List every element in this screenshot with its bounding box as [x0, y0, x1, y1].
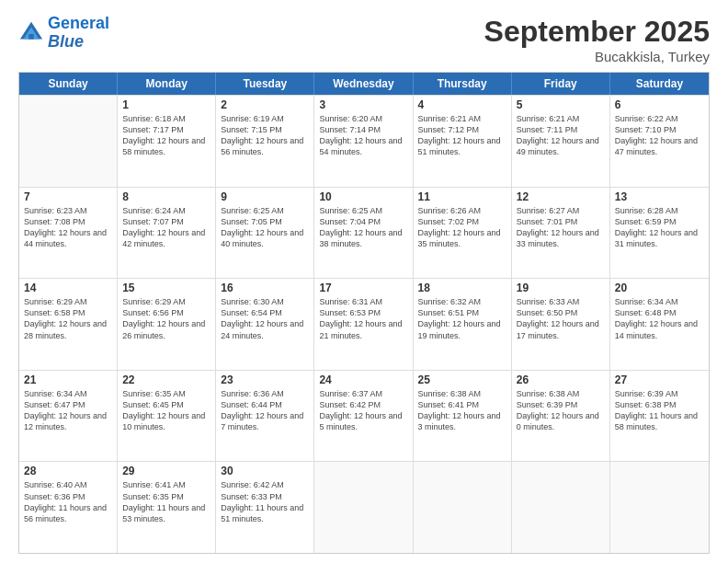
logo-icon: [18, 20, 44, 46]
day-number: 23: [221, 373, 309, 386]
day-cell-30: 30Sunrise: 6:42 AM Sunset: 6:33 PM Dayli…: [216, 462, 314, 553]
day-info: Sunrise: 6:32 AM Sunset: 6:51 PM Dayligh…: [418, 296, 506, 341]
day-cell-9: 9Sunrise: 6:25 AM Sunset: 7:05 PM Daylig…: [216, 188, 314, 279]
day-info: Sunrise: 6:35 AM Sunset: 6:45 PM Dayligh…: [122, 388, 210, 433]
header-monday: Monday: [118, 73, 216, 95]
day-info: Sunrise: 6:26 AM Sunset: 7:02 PM Dayligh…: [418, 205, 506, 250]
day-info: Sunrise: 6:20 AM Sunset: 7:14 PM Dayligh…: [319, 113, 407, 158]
week-row-4: 21Sunrise: 6:34 AM Sunset: 6:47 PM Dayli…: [19, 370, 709, 462]
logo-text: General Blue: [48, 15, 109, 52]
calendar-header: Sunday Monday Tuesday Wednesday Thursday…: [19, 73, 709, 95]
day-info: Sunrise: 6:37 AM Sunset: 6:42 PM Dayligh…: [319, 388, 407, 433]
day-number: 4: [418, 98, 506, 111]
day-info: Sunrise: 6:30 AM Sunset: 6:54 PM Dayligh…: [221, 296, 309, 341]
day-number: 11: [418, 190, 506, 203]
day-cell-15: 15Sunrise: 6:29 AM Sunset: 6:56 PM Dayli…: [118, 279, 216, 370]
day-info: Sunrise: 6:41 AM Sunset: 6:35 PM Dayligh…: [122, 479, 210, 524]
header-sunday: Sunday: [19, 73, 118, 95]
header-wednesday: Wednesday: [314, 73, 413, 95]
logo: General Blue: [18, 15, 109, 52]
day-cell-8: 8Sunrise: 6:24 AM Sunset: 7:07 PM Daylig…: [118, 188, 216, 279]
day-info: Sunrise: 6:22 AM Sunset: 7:10 PM Dayligh…: [615, 113, 704, 158]
svg-rect-2: [28, 34, 34, 40]
day-info: Sunrise: 6:27 AM Sunset: 7:01 PM Dayligh…: [517, 205, 605, 250]
header: General Blue September 2025 Bucakkisla, …: [18, 15, 710, 64]
day-number: 6: [615, 98, 704, 111]
day-number: 12: [517, 190, 605, 203]
day-info: Sunrise: 6:24 AM Sunset: 7:07 PM Dayligh…: [122, 205, 210, 250]
day-cell-13: 13Sunrise: 6:28 AM Sunset: 6:59 PM Dayli…: [610, 188, 709, 279]
day-info: Sunrise: 6:34 AM Sunset: 6:47 PM Dayligh…: [24, 388, 112, 433]
day-cell-24: 24Sunrise: 6:37 AM Sunset: 6:42 PM Dayli…: [314, 371, 413, 462]
day-info: Sunrise: 6:33 AM Sunset: 6:50 PM Dayligh…: [517, 296, 605, 341]
header-saturday: Saturday: [610, 73, 709, 95]
day-info: Sunrise: 6:25 AM Sunset: 7:05 PM Dayligh…: [221, 205, 309, 250]
day-cell-16: 16Sunrise: 6:30 AM Sunset: 6:54 PM Dayli…: [216, 279, 314, 370]
day-cell-10: 10Sunrise: 6:25 AM Sunset: 7:04 PM Dayli…: [314, 188, 413, 279]
day-number: 18: [418, 282, 506, 294]
day-cell-23: 23Sunrise: 6:36 AM Sunset: 6:44 PM Dayli…: [216, 371, 314, 462]
day-info: Sunrise: 6:28 AM Sunset: 6:59 PM Dayligh…: [615, 205, 704, 250]
day-info: Sunrise: 6:18 AM Sunset: 7:17 PM Dayligh…: [122, 113, 210, 158]
day-info: Sunrise: 6:29 AM Sunset: 6:58 PM Dayligh…: [24, 296, 112, 341]
day-cell-14: 14Sunrise: 6:29 AM Sunset: 6:58 PM Dayli…: [19, 279, 118, 370]
week-row-2: 7Sunrise: 6:23 AM Sunset: 7:08 PM Daylig…: [19, 187, 709, 279]
day-number: 24: [319, 373, 407, 386]
day-info: Sunrise: 6:42 AM Sunset: 6:33 PM Dayligh…: [221, 479, 309, 524]
day-number: 2: [221, 98, 309, 111]
day-cell-3: 3Sunrise: 6:20 AM Sunset: 7:14 PM Daylig…: [314, 96, 413, 187]
title-block: September 2025 Bucakkisla, Turkey: [484, 15, 710, 64]
day-number: 22: [122, 373, 210, 386]
empty-cell-4-6: [610, 462, 709, 553]
day-number: 16: [221, 282, 309, 294]
header-tuesday: Tuesday: [216, 73, 314, 95]
day-number: 25: [418, 373, 506, 386]
day-cell-27: 27Sunrise: 6:39 AM Sunset: 6:38 PM Dayli…: [610, 371, 709, 462]
day-number: 1: [122, 98, 210, 111]
day-info: Sunrise: 6:21 AM Sunset: 7:11 PM Dayligh…: [517, 113, 605, 158]
day-info: Sunrise: 6:36 AM Sunset: 6:44 PM Dayligh…: [221, 388, 309, 433]
month-title: September 2025: [484, 15, 710, 49]
day-info: Sunrise: 6:34 AM Sunset: 6:48 PM Dayligh…: [615, 296, 704, 341]
day-number: 5: [517, 98, 605, 111]
day-info: Sunrise: 6:40 AM Sunset: 6:36 PM Dayligh…: [24, 479, 112, 524]
day-number: 28: [24, 465, 112, 477]
day-info: Sunrise: 6:29 AM Sunset: 6:56 PM Dayligh…: [122, 296, 210, 341]
day-cell-20: 20Sunrise: 6:34 AM Sunset: 6:48 PM Dayli…: [610, 279, 709, 370]
day-cell-5: 5Sunrise: 6:21 AM Sunset: 7:11 PM Daylig…: [512, 96, 610, 187]
day-cell-11: 11Sunrise: 6:26 AM Sunset: 7:02 PM Dayli…: [414, 188, 512, 279]
header-thursday: Thursday: [414, 73, 512, 95]
day-cell-12: 12Sunrise: 6:27 AM Sunset: 7:01 PM Dayli…: [512, 188, 610, 279]
day-number: 27: [615, 373, 704, 386]
day-number: 3: [319, 98, 407, 111]
day-cell-6: 6Sunrise: 6:22 AM Sunset: 7:10 PM Daylig…: [610, 96, 709, 187]
day-number: 8: [122, 190, 210, 203]
day-cell-17: 17Sunrise: 6:31 AM Sunset: 6:53 PM Dayli…: [314, 279, 413, 370]
day-cell-28: 28Sunrise: 6:40 AM Sunset: 6:36 PM Dayli…: [19, 462, 118, 553]
empty-cell-0-0: [19, 96, 118, 187]
day-info: Sunrise: 6:23 AM Sunset: 7:08 PM Dayligh…: [24, 205, 112, 250]
day-number: 26: [517, 373, 605, 386]
day-cell-21: 21Sunrise: 6:34 AM Sunset: 6:47 PM Dayli…: [19, 371, 118, 462]
day-number: 20: [615, 282, 704, 294]
day-cell-4: 4Sunrise: 6:21 AM Sunset: 7:12 PM Daylig…: [414, 96, 512, 187]
day-number: 7: [24, 190, 112, 203]
day-info: Sunrise: 6:21 AM Sunset: 7:12 PM Dayligh…: [418, 113, 506, 158]
day-number: 14: [24, 282, 112, 294]
day-info: Sunrise: 6:38 AM Sunset: 6:39 PM Dayligh…: [517, 388, 605, 433]
empty-cell-4-4: [414, 462, 512, 553]
location-subtitle: Bucakkisla, Turkey: [484, 49, 710, 64]
day-cell-2: 2Sunrise: 6:19 AM Sunset: 7:15 PM Daylig…: [216, 96, 314, 187]
day-cell-25: 25Sunrise: 6:38 AM Sunset: 6:41 PM Dayli…: [414, 371, 512, 462]
day-cell-7: 7Sunrise: 6:23 AM Sunset: 7:08 PM Daylig…: [19, 188, 118, 279]
day-cell-26: 26Sunrise: 6:38 AM Sunset: 6:39 PM Dayli…: [512, 371, 610, 462]
day-info: Sunrise: 6:25 AM Sunset: 7:04 PM Dayligh…: [319, 205, 407, 250]
page: General Blue September 2025 Bucakkisla, …: [0, 0, 728, 563]
header-friday: Friday: [512, 73, 610, 95]
day-number: 29: [122, 465, 210, 477]
day-number: 10: [319, 190, 407, 203]
day-number: 19: [517, 282, 605, 294]
calendar: Sunday Monday Tuesday Wednesday Thursday…: [18, 72, 710, 554]
day-number: 21: [24, 373, 112, 386]
week-row-1: 1Sunrise: 6:18 AM Sunset: 7:17 PM Daylig…: [19, 95, 709, 187]
